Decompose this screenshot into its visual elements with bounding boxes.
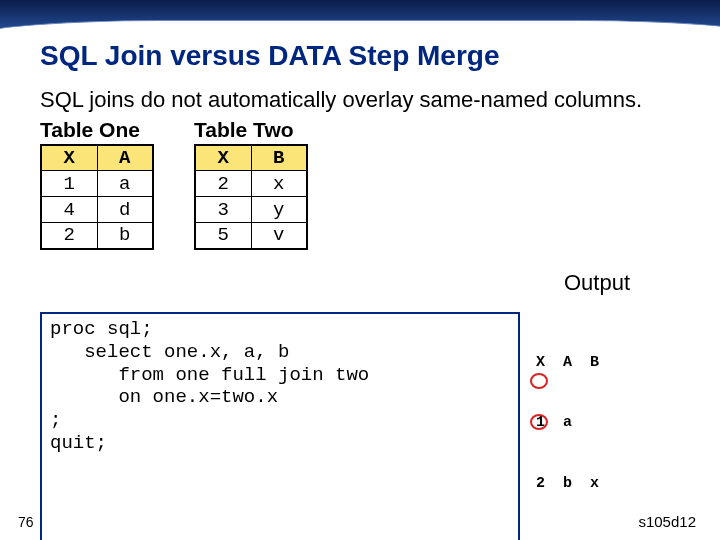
footer-id: s105d12 — [638, 513, 696, 530]
table-row: 1 a — [41, 171, 153, 197]
col-header: X — [41, 145, 97, 171]
table-row: 2 b — [41, 223, 153, 249]
output-table: X A B 1 a 2 b x y 4 d v — [530, 312, 599, 540]
sql-code: proc sql; select one.x, a, b from one fu… — [40, 312, 520, 540]
cell: 1 — [41, 171, 97, 197]
table-two-block: Table Two X B 2 x 3 y 5 v — [194, 118, 308, 250]
cell: d — [97, 197, 153, 223]
code-output-row: proc sql; select one.x, a, b from one fu… — [40, 312, 690, 540]
table-row: 5 v — [195, 223, 307, 249]
cell: 3 — [195, 197, 251, 223]
table-one: X A 1 a 4 d 2 b — [40, 144, 154, 250]
table-one-block: Table One X A 1 a 4 d 2 b — [40, 118, 154, 250]
cell: y — [251, 197, 307, 223]
cell: 2 — [41, 223, 97, 249]
highlight-circle-icon — [530, 414, 548, 430]
cell: b — [97, 223, 153, 249]
table-one-title: Table One — [40, 118, 154, 142]
page-number: 76 — [18, 514, 34, 530]
table-two-title: Table Two — [194, 118, 308, 142]
table-row: 4 d — [41, 197, 153, 223]
slide-content: SQL Join versus DATA Step Merge SQL join… — [40, 40, 690, 520]
cell: 2 — [195, 171, 251, 197]
output-row: 2 b x — [536, 474, 599, 494]
table-header-row: X A — [41, 145, 153, 171]
col-header: A — [97, 145, 153, 171]
table-two: X B 2 x 3 y 5 v — [194, 144, 308, 250]
output-label: Output — [564, 270, 630, 296]
table-header-row: X B — [195, 145, 307, 171]
cell: 5 — [195, 223, 251, 249]
cell: v — [251, 223, 307, 249]
col-header: X — [195, 145, 251, 171]
cell: x — [251, 171, 307, 197]
col-header: B — [251, 145, 307, 171]
output-row: y — [536, 535, 599, 540]
table-row: 2 x — [195, 171, 307, 197]
highlight-circle-icon — [530, 373, 548, 389]
slide-title: SQL Join versus DATA Step Merge — [40, 40, 690, 72]
output-header: X A B — [536, 353, 599, 373]
table-row: 3 y — [195, 197, 307, 223]
input-tables-row: Table One X A 1 a 4 d 2 b — [40, 118, 690, 250]
cell: 4 — [41, 197, 97, 223]
slide-description: SQL joins do not automatically overlay s… — [40, 86, 690, 114]
cell: a — [97, 171, 153, 197]
